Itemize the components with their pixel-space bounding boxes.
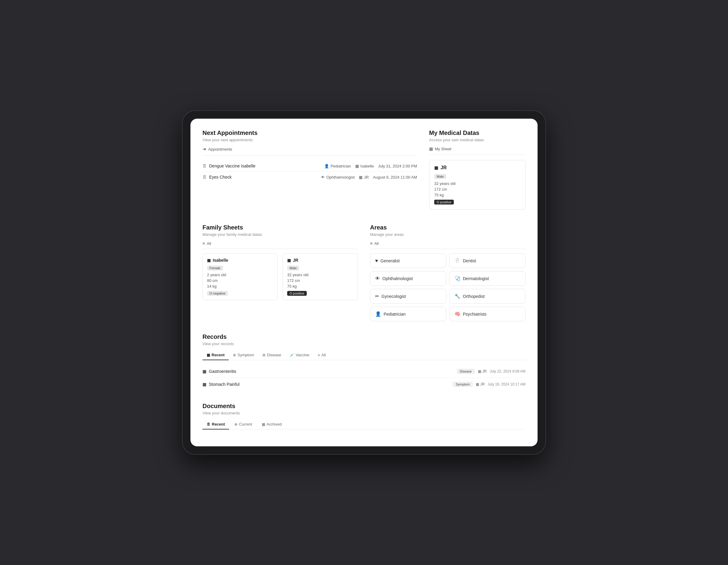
- doc-tab-current[interactable]: ⊕ Current: [230, 419, 256, 429]
- height: 80 cm: [207, 278, 273, 283]
- blood-type-badge: O positive: [434, 200, 454, 205]
- medical-data-panel: My Medical Datas Access your own medical…: [429, 130, 526, 210]
- archive-icon: ▦: [262, 422, 265, 426]
- medical-data-subtitle: Access your own medical datas: [429, 138, 526, 142]
- areas-grid: ♥ Generalist 🦷 Dentist 👁 Ophthalmologist: [370, 253, 526, 321]
- list-icon: ≡: [202, 241, 205, 246]
- records-section: Records View your records ▦ Recent ⊕ Sym…: [202, 333, 526, 391]
- age: 2 years old: [207, 273, 273, 277]
- symptom-icon: ⊕: [233, 353, 236, 357]
- appointments-subtitle: View your next appointments: [202, 138, 417, 142]
- weight-detail: 75 kg: [434, 193, 520, 197]
- card-icon: ▦: [207, 258, 211, 263]
- area-dermatologist[interactable]: 🩺 Dermatologist: [449, 271, 526, 286]
- middle-section: Family Sheets Manage your family medical…: [202, 222, 526, 321]
- top-section: Next Appointments View your next appoint…: [202, 130, 526, 210]
- record-icon: ▦: [202, 369, 206, 374]
- medical-card: ▦ JR Male 32 years old 172 cm 75 kg O po…: [429, 160, 526, 210]
- area-orthopedist[interactable]: 🔧 Orthopedist: [449, 289, 526, 303]
- eye-icon: 👁: [375, 276, 380, 281]
- appointments-panel: Next Appointments View your next appoint…: [202, 130, 417, 210]
- areas-subtitle: Manage your areas: [370, 232, 526, 237]
- family-card-isabelle[interactable]: ▦ Isabelle Female 2 years old 80 cm 14 k…: [202, 253, 278, 300]
- tab-disease[interactable]: ⊞ Disease: [258, 350, 285, 360]
- screen: Next Appointments View your next appoint…: [190, 119, 538, 446]
- gender-badge: Female: [207, 266, 223, 271]
- family-all-link[interactable]: ≡ All: [202, 241, 358, 249]
- area-pediatrician[interactable]: 👤 Pediatrician: [370, 306, 446, 321]
- all-icon: ≡: [318, 353, 320, 357]
- ortho-icon: 🔧: [454, 293, 460, 299]
- appointment-row: 🗓 Dengue Vaccine Isabelle 👤 Pediatrician…: [202, 161, 417, 172]
- family-sheets-panel: Family Sheets Manage your family medical…: [202, 224, 358, 321]
- age: 32 years old: [287, 273, 353, 277]
- records-title: Records: [202, 333, 526, 340]
- area-psychiatrists[interactable]: 🧠 Psychiatrists: [449, 306, 526, 321]
- tooth-icon: 🦷: [454, 258, 460, 264]
- family-title: Family Sheets: [202, 224, 358, 231]
- eye-icon: 👁: [321, 175, 325, 180]
- type-badge: Symptom: [453, 381, 472, 387]
- grid-icon: ▦: [207, 353, 210, 357]
- area-dentist[interactable]: 🦷 Dentist: [449, 253, 526, 268]
- doc-tab-archived[interactable]: ▦ Archived: [258, 419, 286, 429]
- areas-panel: Areas Manage your areas ≡ All ♥ Generali…: [370, 224, 526, 321]
- gender-badge: Male: [287, 266, 299, 271]
- family-subtitle: Manage your family medical datas: [202, 232, 358, 237]
- documents-tabs: 🗓 Recent ⊕ Current ▦ Archived: [202, 419, 526, 429]
- areas-all-link[interactable]: ≡ All: [370, 241, 526, 249]
- tab-all[interactable]: ≡ All: [314, 350, 330, 360]
- blood-type: O negative: [207, 291, 228, 296]
- medical-data-title: My Medical Datas: [429, 130, 526, 137]
- height: 172 cm: [287, 278, 353, 283]
- my-sheet-link[interactable]: ▦ My Sheet: [429, 146, 526, 155]
- pedi-icon: 👤: [375, 311, 381, 317]
- doc-tab-recent[interactable]: 🗓 Recent: [202, 419, 229, 429]
- height-detail: 172 cm: [434, 187, 520, 192]
- areas-title: Areas: [370, 224, 526, 231]
- record-icon: ▦: [202, 382, 206, 387]
- documents-subtitle: View your documents: [202, 411, 526, 415]
- appointments-title: Next Appointments: [202, 130, 417, 137]
- documents-title: Documents: [202, 403, 526, 410]
- record-row: ▦ Gastroenteritis Disease ▦ JR July 22, …: [202, 365, 526, 378]
- disease-icon: ⊞: [262, 353, 265, 357]
- device-frame: Next Appointments View your next appoint…: [182, 110, 546, 455]
- circle-icon: ⊕: [234, 422, 237, 426]
- card-icon: ▦: [434, 165, 438, 170]
- calendar-icon: 🗓: [202, 175, 207, 180]
- psych-icon: 🧠: [454, 311, 460, 317]
- blood-type: O positive: [287, 291, 307, 296]
- gynec-icon: ✏: [375, 293, 379, 299]
- appointment-title: Dengue Vaccine Isabelle: [209, 164, 256, 168]
- tab-vaccine[interactable]: 💉 Vaccine: [285, 350, 313, 360]
- tab-recent[interactable]: ▦ Recent: [202, 350, 229, 360]
- records-subtitle: View your records: [202, 341, 526, 346]
- area-ophthalmologist[interactable]: 👁 Ophthalmologist: [370, 271, 446, 286]
- area-gynecologist[interactable]: ✏ Gynecologist: [370, 289, 446, 303]
- calendar-icon: 🗓: [202, 164, 207, 168]
- age-detail: 32 years old: [434, 181, 520, 186]
- record-title: Gastroenteritis: [209, 369, 236, 374]
- arrow-right-icon: ➜: [202, 146, 206, 152]
- type-badge: Disease: [457, 369, 475, 374]
- card-icon: ▦: [355, 164, 359, 168]
- tab-symptom[interactable]: ⊕ Symptom: [229, 350, 258, 360]
- weight: 75 kg: [287, 284, 353, 288]
- heart-icon: ♥: [375, 258, 378, 264]
- card-icon: ▦: [478, 369, 481, 373]
- family-card-jr[interactable]: ▦ JR Male 32 years old 172 cm 75 kg O po…: [283, 253, 358, 300]
- main-content: Next Appointments View your next appoint…: [190, 119, 538, 446]
- area-generalist[interactable]: ♥ Generalist: [370, 253, 446, 268]
- list-icon: ≡: [370, 241, 372, 246]
- documents-section: Documents View your documents 🗓 Recent ⊕…: [202, 403, 526, 429]
- calendar-icon: 🗓: [207, 422, 210, 426]
- person-icon: 👤: [324, 164, 329, 168]
- gender-badge: Male: [434, 174, 446, 179]
- records-tabs: ▦ Recent ⊕ Symptom ⊞ Disease 💉 Vaccine: [202, 350, 526, 360]
- family-cards-container: ▦ Isabelle Female 2 years old 80 cm 14 k…: [202, 253, 358, 300]
- appointments-link[interactable]: ➜ Appointments: [202, 146, 417, 156]
- record-title: Stomach Painful: [209, 382, 240, 387]
- card-icon: ▦: [359, 175, 362, 180]
- skin-icon: 🩺: [454, 276, 460, 281]
